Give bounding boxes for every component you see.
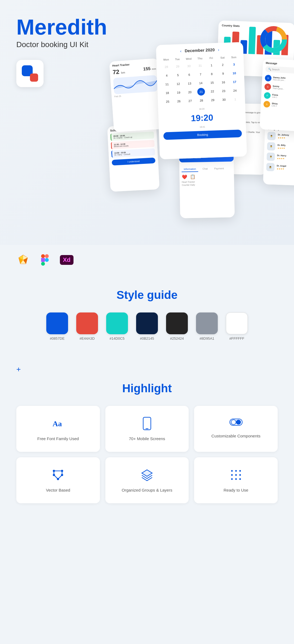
svg-point-39 <box>231 478 233 480</box>
heart-rate-value: 72 bm <box>112 68 125 76</box>
msg-shiva: S ShivaLink 2 <box>264 101 294 110</box>
color-blue-label: #0857DE <box>50 336 65 341</box>
highlight-card-layers: Organized Groups & Layers <box>105 457 189 503</box>
highlight-card-font: Aa Free Font Family Used <box>16 406 100 452</box>
screens-container: Country Stats <box>120 16 294 229</box>
tools-section: Xd <box>0 245 294 275</box>
tab-chat[interactable]: Chat <box>200 166 210 172</box>
calendar-prev[interactable]: ‹ <box>180 49 182 53</box>
layers-label: Organized Groups & Layers <box>122 488 172 492</box>
svg-point-36 <box>231 474 233 476</box>
screen-calendar: ‹ December 2020 › Mon Tue Wed Thu Fri Sa… <box>156 42 247 160</box>
svg-point-15 <box>45 258 49 262</box>
svg-point-34 <box>235 470 237 472</box>
donut-chart <box>259 24 289 56</box>
highlight-card-mobile: 70+ Mobile Screens <box>105 406 189 452</box>
booking-button[interactable]: Booking <box>163 130 242 140</box>
swatch-dark: #252424 <box>166 312 188 341</box>
schedule-item-2: 11:30 - 12:30 Blood test results <box>111 140 155 149</box>
color-teal <box>106 312 128 334</box>
style-guide-section: Style guide #0857DE #E44A3D #14D0C5 #0B2… <box>0 275 294 362</box>
svg-line-30 <box>54 475 58 479</box>
ready-label: Ready to Use <box>223 488 248 492</box>
calendar-next[interactable]: › <box>218 47 219 52</box>
svg-text:Aa: Aa <box>53 419 62 428</box>
svg-point-33 <box>231 470 233 472</box>
tab-payment[interactable]: Payment <box>212 166 226 172</box>
svg-rect-13 <box>41 258 45 262</box>
screen-patient-profile: Patient Profile Information Chat Payment… <box>179 152 235 218</box>
svg-point-37 <box>235 474 237 476</box>
swatch-blue: #0857DE <box>46 312 68 341</box>
color-dark <box>166 312 188 334</box>
highlight-grid-top: Aa Free Font Family Used 70+ Mobile Scre… <box>16 406 278 452</box>
highlight-card-vector: Vector Based <box>16 457 100 503</box>
doctor-billy: 👨‍⚕️ Dr. Billy★★★★ <box>267 142 294 152</box>
highlight-card-components: Customizable Components <box>194 406 278 452</box>
heart-tracker-label: Heart Tracker <box>182 180 232 183</box>
messages-search[interactable]: 🔍 Search <box>265 66 294 74</box>
calendar-header: ‹ December 2020 › <box>160 47 239 54</box>
screen-messages: Message 🔍 Search D Danny JohnHow are you… <box>259 59 294 132</box>
profile-icons: ❤️ 📋 <box>182 173 232 179</box>
color-teal-label: #14D0C5 <box>110 336 125 341</box>
highlight-title: Highlight <box>16 382 278 395</box>
logo-red-square <box>30 73 38 82</box>
components-label: Customizable Components <box>212 434 261 438</box>
sketch-icon <box>16 253 30 267</box>
svg-line-31 <box>58 475 62 479</box>
font-label: Free Font Family Used <box>37 436 79 441</box>
xd-label: Xd <box>60 255 74 265</box>
screen-schedule: Schedule 09:00 - 10:00 Dr. Charlie - Che… <box>107 124 160 192</box>
svg-point-20 <box>236 420 241 425</box>
xd-icon: Xd <box>60 253 74 267</box>
counter-label: Counter Daily <box>182 183 232 186</box>
swatch-gray: #8D95A1 <box>196 312 218 341</box>
doctor-harry: 👨‍⚕️ Dr. Harry★★★★ <box>267 152 294 162</box>
color-blue <box>46 312 68 334</box>
style-guide-title: Style guide <box>16 289 278 302</box>
doctor-johnny: 👨‍⚕️ Dr. Johnny★★★★ <box>267 132 294 142</box>
mobile-label: 70+ Mobile Screens <box>129 436 165 441</box>
plus-section: + <box>0 362 294 379</box>
logo-icon <box>22 65 38 82</box>
color-white <box>226 312 248 334</box>
logo-box <box>16 60 44 87</box>
color-gray-label: #8D95A1 <box>200 336 214 341</box>
msg-sonny: S SonnyThat's great... <box>264 83 294 92</box>
plus-icon: + <box>16 365 21 373</box>
font-icon: Aa <box>51 417 65 432</box>
tab-information[interactable]: Information <box>182 167 198 172</box>
swatch-white: #FFFFFF <box>226 312 248 341</box>
color-dark-label: #252424 <box>170 336 184 341</box>
hero-section: Meredith Doctor booking UI Kit Country S… <box>0 0 294 245</box>
understood-button[interactable]: I understood <box>112 158 155 165</box>
msg-fiona: F FionaLink 1 <box>264 92 294 101</box>
screen-doctors: Category 👨‍⚕️ Dr. Johnny★★★★ 👨‍⚕️ Dr. Bi… <box>263 124 294 186</box>
doctor-angel: 👩‍⚕️ Dr. Angel★★★★ <box>266 163 294 173</box>
color-white-label: #FFFFFF <box>229 336 244 341</box>
msg-danny: D Danny JohnHow are you... <box>265 75 294 84</box>
svg-point-40 <box>235 478 237 480</box>
svg-marker-32 <box>142 470 152 476</box>
figma-icon <box>38 253 52 267</box>
swatch-red: #E44A3D <box>76 312 98 341</box>
schedule-item-3: 14:00 - 15:00 Dr. Harry - Consult <box>111 148 155 158</box>
svg-rect-14 <box>41 262 45 266</box>
svg-point-21 <box>231 420 236 425</box>
color-red <box>76 312 98 334</box>
layers-icon <box>140 468 154 483</box>
svg-point-38 <box>239 474 241 476</box>
svg-point-41 <box>239 478 241 480</box>
svg-rect-17 <box>143 417 151 430</box>
color-dark-blue-label: #0B2145 <box>140 336 154 341</box>
color-swatches: #0857DE #E44A3D #14D0C5 #0B2145 #252424 … <box>16 312 278 341</box>
vector-label: Vector Based <box>46 488 70 492</box>
highlight-grid-bottom: Vector Based Organized Groups & Layers <box>16 457 278 503</box>
highlight-section: Highlight Aa Free Font Family Used 70+ M… <box>0 379 294 522</box>
svg-rect-11 <box>41 254 45 258</box>
schedule-item-1: 09:00 - 10:00 Dr. Charlie - Check up <box>110 131 154 141</box>
svg-rect-12 <box>45 254 49 258</box>
screen-heart-tracker: Heart Tracker 72 bm 155 mm Feb 25 <box>109 58 163 132</box>
color-gray <box>196 312 218 334</box>
